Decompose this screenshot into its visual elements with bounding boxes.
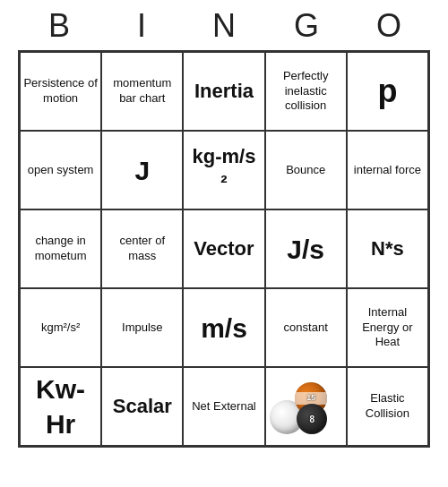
bingo-grid: Persistence of motionmomentum bar chartI… bbox=[18, 50, 430, 448]
cell-text: Scalar bbox=[113, 394, 172, 420]
cell-r4-c2: Net External bbox=[183, 367, 264, 446]
cell-text: Kw-Hr bbox=[23, 372, 98, 441]
cell-text: J/s bbox=[287, 232, 324, 267]
bingo-title: B I N G O bbox=[18, 0, 430, 50]
cell-text: Net External bbox=[192, 399, 256, 414]
cell-text: kgm²/s² bbox=[41, 320, 80, 336]
cell-text: Bounce bbox=[286, 163, 325, 178]
cell-r0-c4: p bbox=[347, 52, 428, 131]
cell-text: change in mometum bbox=[23, 234, 98, 264]
cell-r3-c3: constant bbox=[265, 288, 347, 367]
cell-text: J bbox=[134, 153, 150, 188]
cell-r0-c1: momentum bar chart bbox=[101, 52, 183, 131]
ball-8: 8 bbox=[297, 404, 327, 434]
cell-r1-c4: internal force bbox=[347, 131, 428, 209]
cell-r2-c4: N*s bbox=[347, 209, 428, 288]
cell-r0-c2: Inertia bbox=[183, 52, 264, 131]
cell-text: momentum bar chart bbox=[105, 76, 179, 107]
cell-text: Persistence of motion bbox=[23, 76, 98, 107]
cell-r2-c3: J/s bbox=[265, 209, 347, 288]
cell-text: Inertia bbox=[194, 79, 254, 105]
cell-r4-c4: Elastic Collision bbox=[347, 367, 428, 446]
cell-text: N*s bbox=[371, 236, 404, 262]
cell-text: Vector bbox=[194, 236, 254, 262]
cell-r2-c1: center of mass bbox=[101, 209, 183, 288]
cell-text: Internal Energy or Heat bbox=[350, 305, 425, 351]
cell-r3-c1: Impulse bbox=[101, 288, 183, 367]
cell-text: kg-m/s ² bbox=[186, 144, 261, 195]
cell-text: p bbox=[377, 71, 397, 113]
cell-text: m/s bbox=[201, 311, 247, 346]
cell-text: Elastic Collision bbox=[350, 391, 425, 422]
cell-r3-c0: kgm²/s² bbox=[20, 288, 101, 367]
cell-r4-c1: Scalar bbox=[101, 367, 183, 446]
cell-r1-c3: Bounce bbox=[265, 131, 347, 209]
cell-r0-c3: Perfectly inelastic collision bbox=[265, 52, 347, 131]
cell-r1-c1: J bbox=[101, 131, 183, 209]
cell-text: internal force bbox=[354, 163, 421, 178]
cell-text: Perfectly inelastic collision bbox=[269, 69, 343, 115]
cell-r4-c0: Kw-Hr bbox=[20, 367, 101, 446]
cell-r0-c0: Persistence of motion bbox=[20, 52, 101, 131]
cell-r4-c3: 15 8 bbox=[265, 367, 347, 446]
letter-o: O bbox=[352, 7, 426, 45]
cell-r3-c2: m/s bbox=[183, 288, 264, 367]
cell-text: constant bbox=[284, 320, 328, 336]
letter-n: N bbox=[187, 7, 261, 45]
cell-r1-c0: open system bbox=[20, 131, 101, 209]
cell-r1-c2: kg-m/s ² bbox=[183, 131, 264, 209]
cell-r2-c0: change in mometum bbox=[20, 209, 101, 288]
cell-r2-c2: Vector bbox=[183, 209, 264, 288]
billiard-balls-image: 15 8 bbox=[270, 375, 341, 438]
letter-g: G bbox=[270, 7, 343, 45]
cell-r3-c4: Internal Energy or Heat bbox=[347, 288, 428, 367]
cell-text: open system bbox=[28, 163, 94, 178]
cell-text: Impulse bbox=[122, 320, 163, 336]
letter-i: I bbox=[105, 7, 178, 45]
letter-b: B bbox=[22, 7, 96, 45]
cell-text: center of mass bbox=[105, 234, 179, 264]
